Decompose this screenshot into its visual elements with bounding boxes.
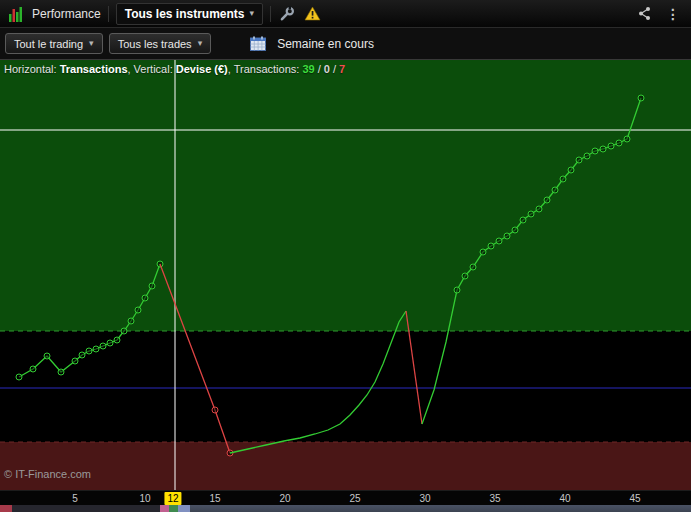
trade-marker: [128, 318, 134, 324]
x-axis-tick: 40: [559, 492, 570, 505]
trade-marker: [121, 328, 127, 334]
trade-marker: [142, 295, 148, 301]
toolbar-right-group: ⋮: [635, 5, 684, 23]
toolbar-separator: [108, 6, 109, 22]
loss-zone: [0, 442, 691, 490]
trade-marker: [616, 140, 622, 146]
x-axis: 5101215202530354045: [0, 490, 691, 505]
period-label: Semaine en cours: [277, 37, 374, 51]
trade-marker: [462, 273, 468, 279]
x-axis-tick: 35: [489, 492, 500, 505]
x-axis-tick: 25: [349, 492, 360, 505]
trade-marker: [592, 148, 598, 154]
instruments-dropdown[interactable]: Tous les instruments ▾: [116, 3, 263, 25]
chart-info-loss: 7: [339, 63, 345, 75]
chart-info-plain: , Transactions:: [228, 63, 303, 75]
trade-marker: [552, 187, 558, 193]
trade-marker: [470, 264, 476, 270]
chart-info-bold: Transactions: [60, 63, 128, 75]
trading-filter-label: Tout le trading: [14, 38, 83, 50]
trade-marker: [520, 217, 526, 223]
calendar-icon[interactable]: [249, 35, 267, 53]
trade-marker: [496, 238, 502, 244]
trade-marker: [504, 233, 510, 239]
trade-marker: [544, 197, 550, 203]
trades-filter-dropdown[interactable]: Tous les trades ▾: [109, 33, 212, 54]
scrollbar-segment: [169, 505, 178, 512]
trade-marker: [512, 227, 518, 233]
instruments-dropdown-label: Tous les instruments: [125, 7, 245, 21]
share-icon[interactable]: [635, 5, 653, 23]
watermark: © IT-Finance.com: [4, 468, 91, 480]
trade-marker: [480, 249, 486, 255]
scrollbar-thumb[interactable]: [190, 505, 691, 512]
scrollbar-segment: [0, 505, 12, 512]
scrollbar-segment: [12, 505, 160, 512]
scrollbar-segment: [178, 505, 190, 512]
trade-marker: [58, 369, 64, 375]
toolbar-separator: [270, 6, 271, 22]
trade-marker: [30, 366, 36, 372]
trade-marker: [16, 374, 22, 380]
x-axis-tick: 45: [629, 492, 640, 505]
trade-marker: [454, 287, 460, 293]
trading-filter-dropdown[interactable]: Tout le trading ▾: [5, 33, 103, 54]
chart-info-plain: Horizontal:: [4, 63, 60, 75]
chevron-down-icon: ▾: [89, 39, 94, 48]
chart-info-win: 39: [302, 63, 314, 75]
trade-marker: [107, 340, 113, 346]
trade-marker: [86, 348, 92, 354]
menu-dots-icon[interactable]: ⋮: [664, 5, 682, 23]
x-axis-tick: 5: [72, 492, 78, 505]
trades-filter-label: Tous les trades: [118, 38, 192, 50]
x-axis-cursor-label: 12: [164, 492, 181, 505]
trade-marker: [114, 337, 120, 343]
warning-icon[interactable]: [303, 5, 321, 23]
chart-info-plain: /: [330, 63, 339, 75]
x-axis-tick: 15: [209, 492, 220, 505]
trade-marker: [100, 343, 106, 349]
performance-chart[interactable]: Horizontal: Transactions, Vertical: Devi…: [0, 60, 691, 490]
scrollbar-segment: [160, 505, 169, 512]
chart-info-plain: /: [315, 63, 324, 75]
chart-info-bar: Horizontal: Transactions, Vertical: Devi…: [4, 63, 345, 75]
trade-marker: [72, 358, 78, 364]
trade-marker: [536, 206, 542, 212]
trade-marker: [576, 157, 582, 163]
trade-marker: [608, 143, 614, 149]
chart-info-plain: , Vertical:: [128, 63, 176, 75]
trade-marker: [638, 95, 644, 101]
x-axis-tick: 20: [279, 492, 290, 505]
trade-marker: [568, 167, 574, 173]
filter-toolbar: Tout le trading ▾ Tous les trades ▾ Sema…: [0, 28, 691, 60]
trade-marker: [560, 176, 566, 182]
wrench-icon[interactable]: [278, 5, 296, 23]
trade-marker: [488, 243, 494, 249]
profit-zone: [0, 60, 691, 331]
chart-info-bold: Devise (€): [176, 63, 228, 75]
chevron-down-icon: ▾: [250, 9, 255, 18]
trade-marker: [135, 307, 141, 313]
trade-marker: [528, 211, 534, 217]
x-axis-tick: 30: [419, 492, 430, 505]
performance-tab[interactable]: Performance: [32, 7, 101, 21]
trade-marker: [624, 136, 630, 142]
equity-curve-chart[interactable]: [0, 60, 691, 490]
x-axis-tick: 10: [139, 492, 150, 505]
trade-marker: [79, 352, 85, 358]
performance-bars-icon: [7, 5, 25, 23]
top-toolbar: Performance Tous les instruments ▾: [0, 0, 691, 28]
trade-marker: [93, 346, 99, 352]
trade-marker: [149, 283, 155, 289]
chevron-down-icon: ▾: [198, 39, 203, 48]
trade-marker: [584, 153, 590, 159]
trade-marker: [600, 146, 606, 152]
trade-marker: [44, 353, 50, 359]
chart-scrollbar[interactable]: [0, 505, 691, 512]
trade-marker: [212, 407, 218, 413]
trading-performance-window: Performance Tous les instruments ▾: [0, 0, 691, 512]
